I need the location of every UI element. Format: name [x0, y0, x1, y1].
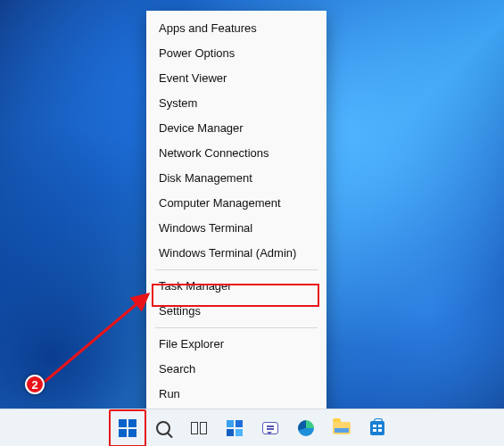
menu-network-connections[interactable]: Network Connections — [146, 141, 326, 166]
menu-settings[interactable]: Settings — [146, 299, 326, 324]
store-button[interactable] — [362, 413, 392, 443]
menu-system[interactable]: System — [146, 91, 326, 116]
menu-search[interactable]: Search — [146, 357, 326, 382]
menu-windows-terminal[interactable]: Windows Terminal — [146, 216, 326, 241]
svg-line-3 — [45, 294, 148, 382]
menu-file-explorer[interactable]: File Explorer — [146, 332, 326, 357]
menu-device-manager[interactable]: Device Manager — [146, 116, 326, 141]
menu-run[interactable]: Run — [146, 382, 326, 407]
task-view-icon — [191, 422, 207, 434]
start-context-menu: Apps and Features Power Options Event Vi… — [146, 11, 326, 446]
widgets-button[interactable] — [219, 413, 250, 443]
menu-task-manager[interactable]: Task Manager — [146, 274, 326, 299]
desktop: Apps and Features Power Options Event Vi… — [0, 0, 504, 446]
store-icon — [370, 421, 384, 435]
chat-icon — [262, 422, 278, 434]
chat-button[interactable] — [255, 413, 285, 443]
task-view-button[interactable] — [184, 413, 214, 443]
menu-disk-management[interactable]: Disk Management — [146, 166, 326, 191]
search-icon — [156, 421, 170, 435]
search-button[interactable] — [148, 413, 178, 443]
start-button[interactable] — [112, 413, 143, 443]
menu-event-viewer[interactable]: Event Viewer — [146, 66, 326, 91]
edge-button[interactable] — [291, 413, 321, 443]
taskbar — [0, 409, 504, 446]
menu-power-options[interactable]: Power Options — [146, 41, 326, 66]
windows-logo-icon — [119, 419, 136, 437]
menu-windows-terminal-admin[interactable]: Windows Terminal (Admin) — [146, 241, 326, 266]
widgets-icon — [227, 420, 243, 436]
annotation-arrow-2 — [39, 285, 155, 388]
menu-separator — [155, 269, 318, 270]
menu-computer-management[interactable]: Computer Management — [146, 191, 326, 216]
menu-separator — [155, 327, 318, 328]
annotation-step-2: 2 — [25, 375, 45, 394]
edge-icon — [298, 420, 314, 436]
file-explorer-icon — [333, 422, 351, 434]
file-explorer-button[interactable] — [326, 413, 357, 443]
menu-apps-and-features[interactable]: Apps and Features — [146, 16, 326, 41]
